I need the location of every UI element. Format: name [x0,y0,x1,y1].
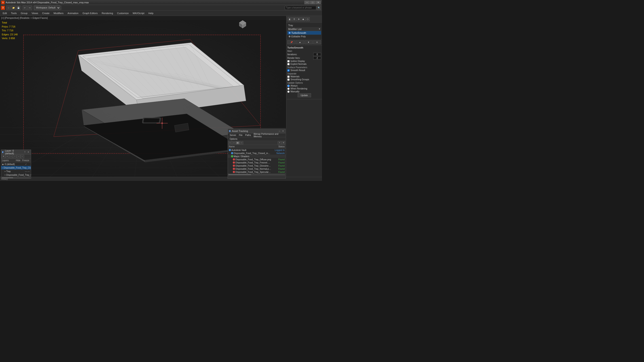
asset-tool-4[interactable]: □ [240,141,243,144]
asset-menu-paths[interactable]: Paths [244,134,252,136]
redo-button[interactable]: ↪ [28,6,32,10]
asset-name-vault: Autodesk Vault [232,149,271,151]
asset-row-maps[interactable]: Maps / Shaders [228,155,286,158]
layers-tool-left[interactable]: ← [20,155,24,158]
search-input[interactable] [285,6,316,10]
asset-scroll-h-track[interactable] [228,174,285,175]
layer-row-closed[interactable]: ▸ Disposable_Food_Tray_Closed — — [1,173,31,177]
menu-bar: Edit Tools Group Views Create Modifiers … [0,11,322,16]
asset-menu-bitmap[interactable]: Bitmap Performance and Memory [253,132,285,138]
undo-button[interactable]: ↩ [22,6,27,10]
main-label: Main [287,50,321,52]
layers-scroll-track[interactable] [2,177,30,178]
manually-radio[interactable] [287,90,290,93]
search-button[interactable]: 🔍 [317,6,321,10]
asset-name-maxfile: Disposable_Food_Tray_Closed_max_vray.max [234,152,271,154]
when-rendering-label: When Rendering [290,88,307,90]
update-button[interactable]: Update [298,93,311,97]
workspace-selector[interactable]: Workspace: Default [34,6,60,10]
asset-row-normal[interactable]: Disposable_Food_Tray_Normal.png Found [228,167,286,170]
asset-row-specular[interactable]: Disposable_Food_Tray_Specular.png Found [228,170,286,174]
asset-minimize-button[interactable]: ─ [278,130,281,132]
layers-close-button[interactable]: ✕ [27,150,30,154]
menu-graph-editors[interactable]: Graph Editors [81,12,100,15]
menu-maxscript[interactable]: MAXScript [131,12,146,15]
menu-edit[interactable]: Edit [1,12,9,15]
new-button[interactable]: □ [6,6,11,10]
maximize-button[interactable]: □ [310,1,315,4]
asset-title-text: Asset Tracking [232,130,278,132]
modifier-editablepoly[interactable]: Editable Poly [287,35,321,38]
asset-row-glossiness[interactable]: Disposable_Food_Tray_Glossiness.png Foun… [228,164,286,167]
asset-tool-1[interactable]: □ [228,141,232,144]
layers-tool-down[interactable]: ↓ [9,155,13,158]
explicit-normals-checkbox[interactable] [287,63,290,65]
asset-menu-file[interactable]: File [238,134,243,136]
menu-modifiers[interactable]: Modifiers [52,12,65,15]
asset-scrollbar-h [228,174,286,175]
render-iters-input[interactable] [313,56,321,60]
asset-refresh-button[interactable]: ↺ [282,141,285,144]
menu-group[interactable]: Group [19,12,30,15]
layers-tool-right[interactable]: → [17,155,20,158]
iterations-row: Iterations: [287,53,321,56]
nav-cube[interactable] [237,18,248,29]
panel-icon-5[interactable]: ⬡ [306,17,310,21]
menu-views[interactable]: Views [30,12,40,15]
minimize-button[interactable]: ─ [304,1,310,4]
explicit-normals-label: Explicit Normals [290,63,306,65]
panel-icon-1[interactable]: ◧ [288,17,292,21]
asset-close-button[interactable]: ✕ [282,130,285,132]
asset-status-diffuse: Found [271,158,285,161]
asset-row-fresnel[interactable]: Disposable_Food_Tray_Fresnel.png Found [228,161,286,164]
mod-nav-down[interactable]: ▼ [304,40,312,44]
panel-icon-4[interactable]: ◉ [301,17,305,21]
mod-nav-delete[interactable]: ✕ [313,40,321,44]
turbosmooth-title: TurboSmooth [287,46,321,49]
separator-2 [33,6,33,10]
layers-panel: ◧ Layer: 0 (default) ? ✕ ✕ + ↓ ↑ → ← Lay… [1,150,31,179]
asset-row-diffuse[interactable]: Disposable_Food_Tray_Diffuse.png Found [228,158,286,161]
materials-checkbox[interactable] [287,76,290,78]
layers-title-icons: ? ✕ [23,150,30,154]
when-rendering-radio[interactable] [287,88,290,90]
mod-nav-up[interactable]: ▲ [296,40,304,44]
menu-animation[interactable]: Animation [66,12,80,15]
modifier-list-dropdown[interactable]: ▾ [319,28,320,30]
layer-row-default[interactable]: ◈ 0 (default) ✓ [1,162,31,166]
smoothing-groups-checkbox[interactable] [287,78,290,81]
layer-row-tray[interactable]: ▸ Tray — — [1,170,31,173]
open-button[interactable]: 📁 [11,6,16,10]
modifier-editablepoly-label: Editable Poly [291,35,306,38]
close-button[interactable]: ✕ [316,1,321,4]
menu-rendering[interactable]: Rendering [100,12,115,15]
layers-tool-up[interactable]: ↑ [13,155,16,158]
menu-create[interactable]: Create [40,12,51,15]
layer-row-1[interactable]: ▸ Disposable_Food_Tray_Closed — — [1,166,31,170]
layers-tool-add[interactable]: + [5,155,9,158]
panel-icon-3[interactable]: ⚙ [297,17,301,21]
modifier-turbosmooth[interactable]: TurboSmooth [287,31,321,35]
menu-help[interactable]: Help [147,12,156,15]
smooth-result-checkbox[interactable] [287,69,290,72]
asset-toolbar-right: ? ↺ [278,141,285,144]
mod-nav-pin[interactable]: 📌 [287,40,296,44]
asset-options[interactable]: Options [229,138,238,140]
layers-tool-X[interactable]: ✕ [2,155,5,158]
save-button[interactable]: 💾 [16,6,20,10]
asset-row-maxfile[interactable]: Disposable_Food_Tray_Closed_max_vray.max… [228,152,286,155]
asset-tool-2[interactable]: □ [232,141,236,144]
right-panel-top: ◧ ☰ ⚙ ◉ ⬡ [286,16,322,22]
isoline-checkbox[interactable] [287,60,290,62]
panel-icon-2[interactable]: ☰ [292,17,296,21]
layers-help-button[interactable]: ? [23,150,26,154]
asset-row-vault[interactable]: Autodesk Vault Logged In [228,148,286,152]
modifier-dot-turbosmooth [289,32,290,34]
asset-tool-3[interactable]: ▤ [236,141,240,144]
iterations-input[interactable] [313,53,321,56]
always-radio[interactable] [287,85,290,87]
menu-customize[interactable]: Customize [116,12,130,15]
asset-menu-server[interactable]: Server [229,134,237,136]
menu-tools[interactable]: Tools [9,12,18,15]
asset-help-button[interactable]: ? [278,141,281,144]
